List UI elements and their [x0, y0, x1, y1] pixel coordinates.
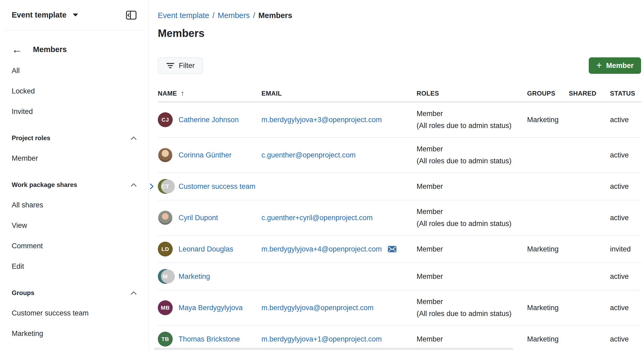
column-label: NAME — [158, 90, 177, 97]
sidebar-item-locked[interactable]: Locked — [12, 81, 137, 101]
breadcrumb-separator: / — [253, 11, 255, 20]
member-name-cell: Cyril Dupont — [158, 210, 261, 225]
horizontal-scrollbar-thumb[interactable] — [154, 348, 513, 350]
main-content: Event template / Members / Members Membe… — [149, 0, 644, 350]
column-header-groups[interactable]: GROUPS — [527, 89, 569, 97]
avatar[interactable]: MB — [158, 300, 173, 315]
member-groups-cell: Marketing — [527, 116, 569, 124]
member-groups-cell: Marketing — [527, 304, 569, 312]
column-header-name[interactable]: NAME ↑ — [158, 89, 261, 97]
filter-icon — [166, 62, 175, 69]
sidebar-item-all-shares[interactable]: All shares — [12, 195, 137, 215]
column-header-shared[interactable]: SHARED — [569, 89, 610, 97]
breadcrumb-separator: / — [212, 11, 214, 20]
role-text: Member — [417, 296, 527, 308]
column-header-roles[interactable]: ROLES — [417, 89, 527, 97]
member-email-link[interactable]: m.berdygylyjova+4@openproject.com — [261, 245, 382, 253]
group-name-link[interactable]: Customer success team — [179, 182, 256, 191]
table-row: Cyril Dupont c.guenther+cyril@openprojec… — [158, 200, 641, 236]
table-row: CT Customer success team Member active — [158, 173, 641, 200]
avatar-photo[interactable] — [158, 148, 173, 163]
sidebar-item-invited[interactable]: Invited — [12, 101, 137, 122]
expand-group-button[interactable] — [149, 183, 155, 190]
member-groups-cell: Marketing — [527, 245, 569, 253]
chevron-up-icon — [130, 183, 137, 187]
member-name-link[interactable]: Corinna Günther — [179, 151, 232, 159]
group-avatar[interactable]: CT — [158, 179, 173, 194]
table-row: CJ Catherine Johnson m.berdygylyjova+3@o… — [158, 102, 641, 138]
member-groups-cell: Marketing — [527, 335, 569, 343]
filter-label: Filter — [179, 62, 195, 70]
table-row: M Marketing Member active — [158, 263, 641, 290]
invite-envelope-icon — [388, 246, 397, 253]
role-note: (All roles due to admin status) — [417, 120, 527, 132]
member-roles-cell: Member (All roles due to admin status) — [417, 206, 527, 230]
role-text: Member — [417, 333, 527, 345]
chevron-up-icon — [130, 136, 137, 140]
table-row: MB Maya Berdygylyjova m.berdygylyjova@op… — [158, 290, 641, 326]
member-name-link[interactable]: Cyril Dupont — [179, 214, 218, 222]
group-avatar[interactable]: M — [158, 269, 173, 284]
breadcrumb-link-project[interactable]: Event template — [158, 11, 209, 20]
sidebar-item-marketing[interactable]: Marketing — [12, 323, 137, 344]
member-status-cell: active — [610, 151, 641, 159]
member-name-cell: CJ Catherine Johnson — [158, 112, 261, 127]
add-member-button[interactable]: + Member — [589, 57, 641, 74]
member-name-link[interactable]: Leonard Douglas — [179, 245, 233, 253]
group-name-cell: CT Customer success team — [158, 179, 261, 194]
table-header-row: NAME ↑ EMAIL ROLES GROUPS SHARED STATUS — [158, 89, 641, 102]
sidebar-item-customer-success-team[interactable]: Customer success team — [12, 303, 137, 323]
chevron-right-icon — [149, 183, 155, 190]
caret-down-icon — [72, 13, 79, 17]
project-switcher[interactable]: Event template — [12, 11, 79, 19]
avatar-photo[interactable] — [158, 210, 173, 225]
group-name-link[interactable]: Marketing — [179, 272, 210, 281]
breadcrumb-current: Members — [258, 11, 292, 20]
avatar[interactable]: TB — [158, 332, 173, 347]
column-header-status[interactable]: STATUS — [610, 89, 641, 97]
member-status-cell: active — [610, 182, 641, 191]
avatar[interactable]: CJ — [158, 112, 173, 127]
filter-button[interactable]: Filter — [158, 57, 203, 74]
member-email-link[interactable]: m.berdygylyjova+1@openproject.com — [261, 335, 382, 343]
sidebar-item-comment[interactable]: Comment — [12, 236, 137, 256]
member-roles-cell: Member (All roles due to admin status) — [417, 143, 527, 167]
collapse-sidebar-button[interactable] — [126, 10, 137, 20]
member-name-cell: LD Leonard Douglas — [158, 242, 261, 257]
member-name-link[interactable]: Maya Berdygylyjova — [179, 304, 243, 312]
member-email-link[interactable]: c.guenther@openproject.com — [261, 151, 356, 159]
role-text: Member — [417, 108, 527, 120]
member-email-cell: m.berdygylyjova+1@openproject.com — [261, 335, 417, 343]
add-member-label: Member — [606, 62, 634, 70]
sidebar-item-view[interactable]: View — [12, 215, 137, 236]
section-label: Project roles — [12, 134, 50, 142]
sidebar-section-work-package-shares[interactable]: Work package shares — [12, 174, 137, 195]
sidebar-item-all[interactable]: All — [12, 61, 137, 81]
app-window: Event template ← Members All Locked Invi… — [0, 0, 644, 350]
plus-icon: + — [596, 61, 602, 70]
member-roles-cell: Member — [417, 333, 527, 345]
breadcrumb: Event template / Members / Members — [158, 11, 641, 20]
member-status-cell: active — [610, 214, 641, 222]
member-email-cell: m.berdygylyjova+4@openproject.com — [261, 245, 417, 253]
column-header-email[interactable]: EMAIL — [261, 89, 417, 97]
sidebar-section-project-roles[interactable]: Project roles — [12, 128, 137, 148]
member-name-link[interactable]: Thomas Brickstone — [179, 335, 240, 343]
sidebar-item-member-role[interactable]: Member — [12, 148, 137, 169]
member-name-link[interactable]: Catherine Johnson — [179, 116, 239, 124]
member-name-cell: Corinna Günther — [158, 148, 261, 163]
role-text: Member — [417, 271, 527, 283]
member-name-cell: MB Maya Berdygylyjova — [158, 300, 261, 315]
member-email-link[interactable]: m.berdygylyjova@openproject.com — [261, 304, 374, 312]
sort-ascending-icon: ↑ — [181, 89, 184, 97]
table-row: LD Leonard Douglas m.berdygylyjova+4@ope… — [158, 236, 641, 263]
member-email-link[interactable]: m.berdygylyjova+3@openproject.com — [261, 116, 382, 124]
avatar[interactable]: LD — [158, 242, 173, 257]
sidebar-header: Event template — [0, 0, 149, 30]
sidebar-back-label: Members — [33, 45, 67, 54]
sidebar-item-edit[interactable]: Edit — [12, 256, 137, 277]
member-email-link[interactable]: c.guenther+cyril@openproject.com — [261, 214, 372, 222]
back-button[interactable]: ← — [12, 44, 22, 55]
sidebar-section-groups[interactable]: Groups — [12, 283, 137, 303]
breadcrumb-link-members[interactable]: Members — [218, 11, 250, 20]
